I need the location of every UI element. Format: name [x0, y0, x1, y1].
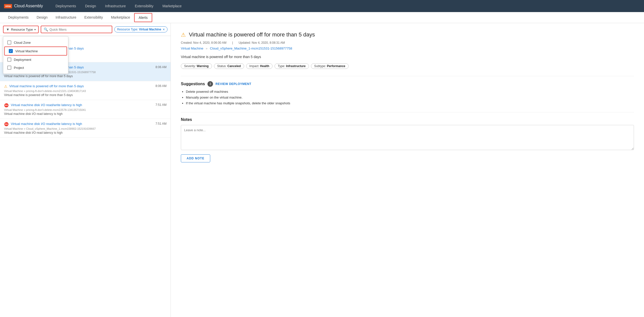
- dropdown-label-cloud-zone: Cloud Zone: [14, 41, 31, 44]
- detail-title: Virtual machine is powered off for more …: [189, 31, 315, 38]
- detail-meta: Created: Nov 4, 2020, 8:06:00 AM | Updat…: [181, 41, 634, 44]
- alert-desc-2: Virtual machine is powered off for more …: [4, 74, 167, 78]
- alert-time-4: 7:51 AM: [155, 103, 167, 107]
- add-note-button[interactable]: ADD NOTE: [181, 154, 210, 162]
- notes-section: Notes ADD NOTE: [181, 117, 634, 162]
- second-nav: Deployments Design Infrastructure Extens…: [0, 12, 644, 23]
- suggestions-header: Suggestions 3 REVIEW DEPLOYMENT: [181, 81, 634, 87]
- suggestion-item-2: Manually power on the virtual machine.: [186, 96, 634, 99]
- nav-tab-second-extensibility[interactable]: Extensibility: [80, 12, 107, 23]
- alert-time-2: 8:06 AM: [155, 65, 167, 69]
- suggestions-title: Suggestions: [181, 82, 205, 86]
- left-panel: ▼ Resource Type ▾ 🔍 Resource Type: Virtu…: [0, 23, 171, 317]
- alert-meta-3: Virtual Machine » pricing-ft-don't-delet…: [4, 89, 167, 93]
- alert-time-5: 7:51 AM: [155, 122, 167, 125]
- alert-item-3[interactable]: ⚠ Virtual machine is powered off for mor…: [0, 81, 171, 100]
- right-panel: ⚠ Virtual machine is powered off for mor…: [171, 23, 644, 317]
- notes-textarea[interactable]: [181, 125, 634, 150]
- review-deployment-link[interactable]: REVIEW DEPLOYMENT: [216, 82, 251, 86]
- nav-tab-deployments[interactable]: Deployments: [51, 0, 81, 12]
- suggestion-list: Delete powered off machines Manually pow…: [181, 90, 634, 105]
- alert-desc-3: Virtual machine is powered off for more …: [4, 93, 167, 97]
- dropdown-item-project[interactable]: Project: [3, 64, 68, 72]
- tag-status: Status: Canceled: [214, 63, 244, 69]
- nav-tab-infrastructure[interactable]: Infrastructure: [100, 0, 130, 12]
- alert-desc-4: Virtual machine disk I/O read latency is…: [4, 112, 167, 116]
- divider-2: [181, 112, 634, 112]
- alert-title-3: Virtual machine is powered off for more …: [9, 84, 84, 88]
- resource-type-filter[interactable]: ▼ Resource Type ▾: [3, 26, 39, 33]
- detail-created: Created: Nov 4, 2020, 8:06:00 AM: [181, 41, 226, 44]
- dropdown-item-virtual-machine[interactable]: ✓ Virtual Machine: [4, 47, 67, 56]
- tags-row: Severity: Warning Status: Canceled Impac…: [181, 63, 634, 69]
- divider-1: [181, 76, 634, 76]
- nav-tab-design[interactable]: Design: [81, 0, 101, 12]
- dropdown-label-deployment: Deployment: [14, 58, 31, 62]
- filter-icon: ▼: [6, 27, 10, 31]
- alert-item-5[interactable]: ⛔ Virtual machine disk I/O read/write la…: [0, 119, 171, 138]
- warning-icon-3: ⚠: [4, 84, 7, 89]
- checkbox-virtual-machine[interactable]: ✓: [9, 49, 13, 53]
- dropdown-label-project: Project: [14, 66, 24, 70]
- filter-bar: ▼ Resource Type ▾ 🔍 Resource Type: Virtu…: [0, 23, 171, 36]
- alert-time-3: 8:06 AM: [155, 84, 167, 88]
- resource-type-chevron: ▾: [34, 28, 36, 31]
- nav-tab-second-infrastructure[interactable]: Infrastructure: [51, 12, 80, 23]
- alert-meta-5: Virtual Machine » Cloud_vSphere_Machine_…: [4, 127, 167, 130]
- tag-subtype: Subtype: Performance: [311, 63, 349, 69]
- detail-warning-icon: ⚠: [181, 32, 186, 38]
- nav-tab-second-alerts[interactable]: Alerts: [134, 13, 152, 22]
- breadcrumb-type-link[interactable]: Virtual Machine: [181, 47, 203, 50]
- suggestions-count-badge: 3: [207, 81, 213, 87]
- nav-tab-extensibility[interactable]: Extensibility: [130, 0, 158, 12]
- detail-updated: Updated: Nov 4, 2020, 8:08:31 AM: [239, 41, 285, 44]
- chip-close-icon[interactable]: ×: [163, 27, 165, 31]
- tag-severity: Severity: Warning: [181, 63, 212, 69]
- dropdown-item-cloud-zone[interactable]: Cloud Zone: [3, 38, 68, 47]
- nav-tab-second-design[interactable]: Design: [33, 12, 52, 23]
- checkbox-deployment[interactable]: [7, 58, 11, 62]
- error-icon-5: ⛔: [4, 122, 9, 126]
- active-filter-chip[interactable]: Resource Type: Virtual Machine ×: [114, 26, 168, 32]
- nav-tab-second-deployments[interactable]: Deployments: [4, 12, 33, 23]
- alert-meta-4: Virtual Machine » pricing-ft-don't-delet…: [4, 108, 167, 111]
- search-icon: 🔍: [44, 27, 48, 31]
- suggestion-item-1: Delete powered off machines: [186, 90, 634, 94]
- nav-tab-marketplace[interactable]: Marketplace: [158, 0, 186, 12]
- detail-title-row: ⚠ Virtual machine is powered off for mor…: [181, 31, 634, 38]
- checkbox-cloud-zone[interactable]: [7, 40, 11, 44]
- resource-type-label: Resource Type: [11, 28, 33, 31]
- tag-type: Type: Infrastructure: [275, 63, 309, 69]
- detail-breadcrumb: Virtual Machine » Cloud_vSphere_Machine_…: [181, 47, 634, 50]
- app-logo: vmw Cloud Assembly: [4, 4, 43, 8]
- alert-desc-5: Virtual machine disk I/O read latency is…: [4, 131, 167, 134]
- breadcrumb-resource-link[interactable]: Cloud_vSphere_Machine_1-mcm151531-151568…: [210, 47, 292, 50]
- main-content: ▼ Resource Type ▾ 🔍 Resource Type: Virtu…: [0, 23, 644, 317]
- top-nav-tabs: Deployments Design Infrastructure Extens…: [51, 0, 186, 12]
- quick-filters-container[interactable]: 🔍: [41, 26, 112, 33]
- chip-label: Resource Type: Virtual Machine: [117, 28, 161, 31]
- breadcrumb-sep: »: [206, 47, 207, 50]
- suggestion-item-3: If the virtual machine has multiple snap…: [186, 101, 634, 105]
- meta-separator: |: [231, 41, 235, 44]
- notes-title: Notes: [181, 117, 634, 122]
- detail-summary: Virtual machine is powered off for more …: [181, 55, 634, 59]
- dropdown-item-deployment[interactable]: Deployment: [3, 56, 68, 64]
- app-name: Cloud Assembly: [14, 4, 43, 8]
- filter-dropdown: Cloud Zone ✓ Virtual Machine Deployment …: [3, 36, 68, 74]
- alert-title-5: Virtual machine disk I/O read/write late…: [11, 122, 82, 126]
- tag-impact: Impact: Health: [246, 63, 273, 69]
- alert-title-4: Virtual machine disk I/O read/write late…: [11, 103, 82, 107]
- checkbox-project[interactable]: [7, 66, 11, 70]
- error-icon-4: ⛔: [4, 103, 9, 108]
- dropdown-label-virtual-machine: Virtual Machine: [15, 49, 38, 53]
- alert-item-4[interactable]: ⛔ Virtual machine disk I/O read/write la…: [0, 100, 171, 119]
- logo-box: vmw: [4, 4, 12, 8]
- quick-filters-input[interactable]: [49, 28, 109, 31]
- alert-list: Older ⚠ Virtual machine is powered off f…: [0, 36, 171, 317]
- top-nav: vmw Cloud Assembly Deployments Design In…: [0, 0, 644, 12]
- nav-tab-second-marketplace[interactable]: Marketplace: [107, 12, 134, 23]
